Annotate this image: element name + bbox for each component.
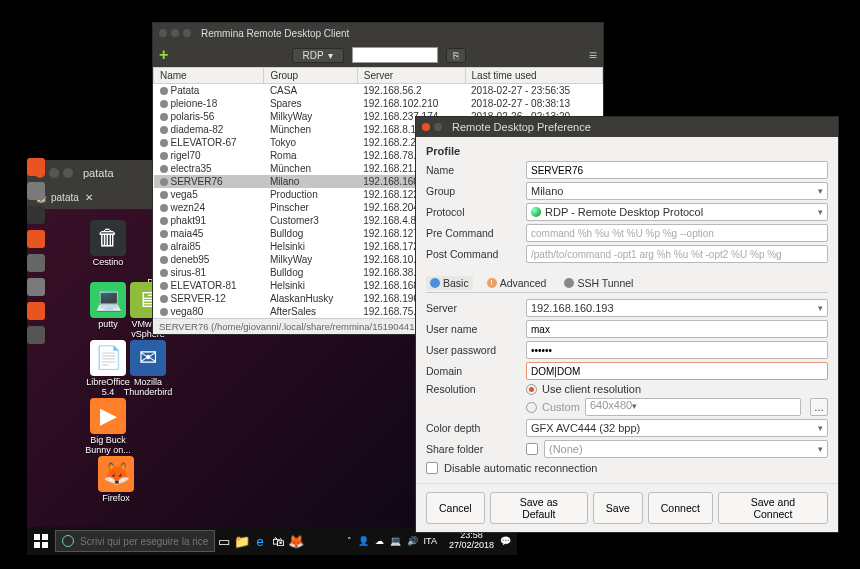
domain-input[interactable] (526, 362, 828, 380)
tray-people-icon[interactable]: 👤 (358, 536, 369, 546)
column-header[interactable]: Last time used (465, 68, 602, 84)
taskbar-edge-icon[interactable]: e (251, 532, 269, 550)
chevron-down-icon: ▾ (818, 423, 823, 433)
cancel-button[interactable]: Cancel (426, 492, 485, 524)
username-input[interactable] (526, 320, 828, 338)
remmina-titlebar[interactable]: Remmina Remote Desktop Client (153, 23, 603, 43)
row-name: Patata (154, 84, 264, 98)
taskbar-store-icon[interactable]: 🛍 (269, 532, 287, 550)
remmina-max-icon[interactable] (183, 29, 191, 37)
launcher-dash-icon[interactable] (27, 158, 45, 176)
launcher-settings-icon[interactable] (27, 254, 45, 272)
pref-min-icon[interactable] (434, 123, 442, 131)
launcher-app3-icon[interactable] (27, 302, 45, 320)
save-connect-button[interactable]: Save and Connect (718, 492, 828, 524)
name-input[interactable] (526, 161, 828, 179)
connection-icon (160, 165, 168, 173)
clock-date: 27/02/2018 (449, 541, 494, 551)
tray-notifications-icon[interactable]: 💬 (500, 536, 511, 546)
colordepth-label: Color depth (426, 422, 526, 434)
desktop-icon[interactable]: 🗑Cestino (79, 220, 137, 268)
column-header[interactable]: Group (264, 68, 357, 84)
resolution-client-radio[interactable] (526, 384, 537, 395)
pref-titlebar[interactable]: Remote Desktop Preference (416, 117, 838, 137)
sharefolder-checkbox[interactable] (526, 443, 538, 455)
save-default-button[interactable]: Save as Default (490, 492, 588, 524)
remmina-close-icon[interactable] (159, 29, 167, 37)
tray-volume-icon[interactable]: 🔊 (407, 536, 418, 546)
protocol-label: RDP (303, 50, 324, 61)
disable-reconnect-checkbox[interactable] (426, 462, 438, 474)
pref-close-icon[interactable] (422, 123, 430, 131)
tray-network-icon[interactable]: 💻 (390, 536, 401, 546)
start-button[interactable] (27, 527, 55, 555)
row-name: vega80 (154, 305, 264, 318)
column-header[interactable]: Server (357, 68, 465, 84)
connection-row[interactable]: PatataCASA192.168.56.22018-02-27 - 23:56… (154, 84, 603, 98)
protocol-selector[interactable]: RDP ▾ (292, 48, 344, 63)
tab-ssh[interactable]: SSH Tunnel (560, 276, 637, 290)
server-combo[interactable]: 192.168.160.193▾ (526, 299, 828, 317)
resolution-custom-combo[interactable]: 640x480▾ (585, 398, 801, 416)
hamburger-menu-icon[interactable]: ≡ (589, 47, 597, 63)
row-name: SERVER76 (154, 175, 264, 188)
window-max-icon[interactable] (63, 168, 73, 178)
sharefolder-combo[interactable]: (None)▾ (544, 440, 828, 458)
precommand-label: Pre Command (426, 227, 526, 239)
row-name: deneb95 (154, 253, 264, 266)
taskbar-clock[interactable]: 23:58 27/02/2018 (449, 531, 494, 551)
launcher-files-icon[interactable] (27, 182, 45, 200)
lock-icon (564, 278, 574, 288)
desktop-icon[interactable]: 🦊Firefox (87, 456, 145, 504)
desktop-icon[interactable]: ▶Big Buck Bunny on... (79, 398, 137, 456)
disable-reconnect-label: Disable automatic reconnection (444, 462, 597, 474)
colordepth-combo[interactable]: GFX AVC444 (32 bpp)▾ (526, 419, 828, 437)
row-group: Milano (264, 175, 357, 188)
postcommand-input[interactable] (526, 245, 828, 263)
connection-icon (160, 100, 168, 108)
tray-chevron-icon[interactable]: ˄ (347, 536, 352, 546)
quick-connect-input[interactable] (352, 47, 438, 63)
chevron-down-icon: ▾ (328, 50, 333, 61)
tray-lang[interactable]: ITA (424, 536, 437, 546)
row-name: sirus-81 (154, 266, 264, 279)
globe-icon (531, 207, 541, 217)
row-name: polaris-56 (154, 110, 264, 123)
windows-search-input[interactable] (80, 536, 208, 547)
precommand-input[interactable] (526, 224, 828, 242)
launcher-app-icon[interactable] (27, 230, 45, 248)
resolution-custom-radio[interactable] (526, 402, 537, 413)
windows-search[interactable] (55, 530, 215, 552)
row-name: diadema-82 (154, 123, 264, 136)
task-view-icon[interactable]: ▭ (215, 532, 233, 550)
row-group: AlaskanHusky (264, 292, 357, 305)
profile-section-label: Profile (416, 137, 838, 161)
password-input[interactable] (526, 341, 828, 359)
new-connection-icon[interactable]: + (159, 46, 168, 64)
app-icon: ▶ (90, 398, 126, 434)
taskbar-explorer-icon[interactable]: 📁 (233, 532, 251, 550)
rdp-tab-label[interactable]: patata (51, 192, 79, 203)
tab-advanced[interactable]: !Advanced (483, 276, 551, 290)
row-group: Helsinki (264, 240, 357, 253)
tab-close-icon[interactable]: ✕ (85, 192, 93, 203)
tab-basic[interactable]: Basic (426, 276, 473, 290)
connect-button[interactable]: Connect (648, 492, 713, 524)
row-group: Production (264, 188, 357, 201)
remmina-min-icon[interactable] (171, 29, 179, 37)
launcher-app2-icon[interactable] (27, 278, 45, 296)
save-button[interactable]: Save (593, 492, 643, 524)
launcher-terminal-icon[interactable] (27, 206, 45, 224)
taskbar-firefox-icon[interactable]: 🦊 (287, 532, 305, 550)
desktop-icon[interactable]: ✉Mozilla Thunderbird (119, 340, 177, 398)
group-combo[interactable]: Milano▾ (526, 182, 828, 200)
tray-onedrive-icon[interactable]: ☁ (375, 536, 384, 546)
remmina-toolbar: + RDP ▾ ⎘ ≡ (153, 43, 603, 67)
window-min-icon[interactable] (49, 168, 59, 178)
column-header[interactable]: Name (154, 68, 264, 84)
quick-connect-button[interactable]: ⎘ (446, 48, 466, 63)
protocol-combo[interactable]: RDP - Remote Desktop Protocol▾ (526, 203, 828, 221)
launcher-trash-icon[interactable] (27, 326, 45, 344)
resolution-browse-button[interactable]: … (810, 398, 828, 416)
connection-row[interactable]: pleione-18Spares192.168.102.2102018-02-2… (154, 97, 603, 110)
